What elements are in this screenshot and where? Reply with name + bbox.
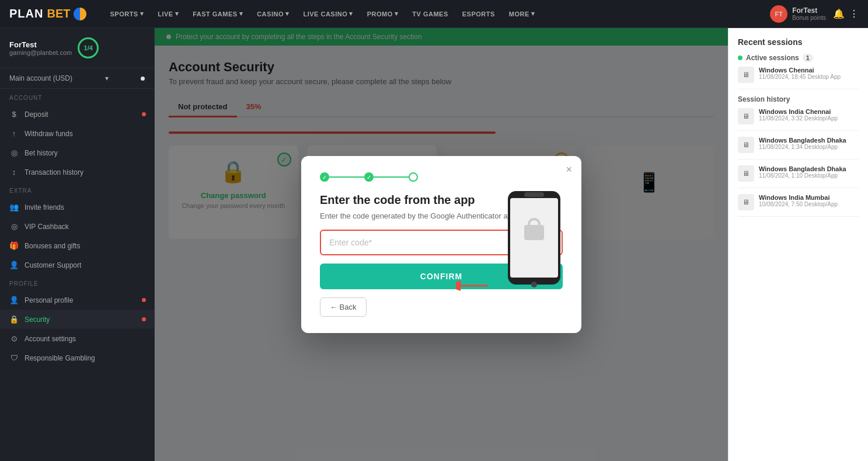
monitor-icon: 🖥 [738, 108, 754, 124]
arrow-indicator [456, 277, 491, 297]
sidebar-item-label: Responsible Gambling [25, 354, 95, 362]
account-label: Main account (USD) [9, 74, 72, 82]
sidebar-item-security[interactable]: 🔒 Security [0, 310, 154, 329]
logo-plan-text: PLAN [9, 7, 43, 20]
settings-icon: ⊙ [9, 334, 19, 343]
shield-icon: 🛡 [9, 353, 19, 362]
section-profile: PROFILE [0, 275, 154, 290]
sidebar-item-label: Bet history [25, 149, 58, 157]
sidebar-item-label: Bonuses and gifts [25, 242, 80, 250]
avatar: FT [770, 5, 787, 23]
sidebar-username: ForTest [9, 40, 72, 49]
logo-icon [74, 8, 86, 20]
sidebar-item-responsible[interactable]: 🛡 Responsible Gambling [0, 348, 154, 368]
sidebar-item-label: VIP Cashback [25, 223, 69, 231]
sidebar-item-account-settings[interactable]: ⊙ Account settings [0, 329, 154, 348]
sidebar-item-label: Deposit [25, 110, 48, 119]
step-2: ✓ [364, 172, 374, 182]
nav-right: FT ForTest Bonus points 🔔 ⋮ [770, 5, 859, 23]
session-detail: 10/08/2024, 7:50 Desktop/App [759, 201, 859, 207]
session-item-3: 🖥 Windows Bangladesh Dhaka 11/08/2024, 1… [738, 165, 859, 188]
nav-esports[interactable]: ESPORTS [456, 6, 501, 21]
active-count: 1 [803, 54, 813, 62]
nav-tv-games[interactable]: TV GAMES [406, 6, 454, 21]
step-line-1 [329, 176, 364, 178]
step-3 [409, 172, 418, 182]
top-nav: PLANBET SPORTS ▾ LIVE ▾ FAST GAMES ▾ CAS… [0, 0, 868, 28]
sidebar-item-profile[interactable]: 👤 Personal profile [0, 290, 154, 310]
modal-steps: ✓ ✓ [320, 172, 563, 182]
right-panel: Recent sessions Active sessions 1 🖥 Wind… [728, 28, 868, 461]
sidebar-user-section: ForTest gaming@planbet.com 1/4 [0, 28, 154, 68]
sidebar-item-label: Customer Support [25, 261, 81, 269]
sidebar-item-vip[interactable]: ◎ VIP Cashback [0, 217, 154, 236]
nav-username: ForTest Bonus points [792, 6, 826, 21]
nav-live-casino[interactable]: LIVE CASINO ▾ [297, 6, 358, 21]
logo[interactable]: PLANBET [9, 7, 86, 20]
nav-promo[interactable]: PROMO ▾ [361, 6, 405, 21]
session-item-2: 🖥 Windows Bangladesh Dhaka 11/08/2024, 1… [738, 137, 859, 160]
bet-history-icon: ◎ [9, 148, 19, 157]
session-name: Windows India Mumbai [759, 194, 859, 201]
nav-live[interactable]: LIVE ▾ [152, 6, 184, 21]
session-detail: 11/08/2024, 18:45 Desktop App [759, 74, 859, 80]
sidebar-item-support[interactable]: 👤 Customer Support [0, 255, 154, 275]
step-line-2 [374, 176, 409, 178]
session-detail: 11/08/2024, 1:10 Desktop/App [759, 172, 859, 179]
nav-fast-games[interactable]: FAST GAMES ▾ [187, 6, 249, 21]
sidebar-account-row[interactable]: Main account (USD) ▾ [0, 68, 154, 89]
nav-more[interactable]: MORE ▾ [503, 6, 541, 21]
sidebar-item-label: Transaction history [25, 168, 83, 176]
notification-dot [142, 112, 146, 116]
security-icon: 🔒 [9, 315, 19, 324]
nav-items: SPORTS ▾ LIVE ▾ FAST GAMES ▾ CASINO ▾ LI… [104, 6, 770, 21]
invite-icon: 👥 [9, 203, 19, 212]
sidebar-item-deposit[interactable]: $ Deposit [0, 105, 154, 124]
active-sessions-label: Active sessions 1 [738, 54, 859, 62]
sidebar-item-label: Security [25, 316, 50, 324]
session-detail: 11/08/2024, 1:34 Desktop/App [759, 144, 859, 150]
sidebar: ForTest gaming@planbet.com 1/4 Main acco… [0, 28, 155, 461]
sidebar-item-transactions[interactable]: ↕ Transaction history [0, 162, 154, 182]
sidebar-item-bonuses[interactable]: 🎁 Bonuses and gifts [0, 236, 154, 255]
nav-user[interactable]: FT ForTest Bonus points [770, 5, 826, 23]
back-button[interactable]: ← Back [320, 297, 367, 317]
notification-dot [142, 298, 146, 302]
modal: × ✓ ✓ Enter the code from the app [301, 156, 581, 333]
monitor-icon: 🖥 [738, 194, 754, 210]
sidebar-item-withdraw[interactable]: ↑ Withdraw funds [0, 124, 154, 143]
session-name: Windows India Chennai [759, 108, 859, 115]
sidebar-email: gaming@planbet.com [9, 49, 72, 56]
session-name: Windows Bangladesh Dhaka [759, 137, 859, 144]
modal-close-button[interactable]: × [566, 164, 572, 175]
phone-mockup-svg [496, 185, 572, 290]
profile-icon: 👤 [9, 296, 19, 304]
section-extra: EXTRA [0, 182, 154, 197]
notification-icon[interactable]: 🔔 [833, 8, 845, 19]
main-layout: ForTest gaming@planbet.com 1/4 Main acco… [0, 28, 868, 461]
account-dot [141, 77, 145, 81]
nav-casino[interactable]: CASINO ▾ [251, 6, 295, 21]
notification-dot [142, 317, 146, 321]
sidebar-item-label: Account settings [25, 335, 76, 343]
content-area: Protect your account by completing all t… [155, 28, 728, 461]
sidebar-item-bet-history[interactable]: ◎ Bet history [0, 143, 154, 162]
chevron-down-icon: ▾ [105, 74, 109, 82]
sidebar-item-label: Personal profile [25, 296, 73, 304]
session-history-label: Session history [738, 95, 859, 103]
session-item-1: 🖥 Windows India Chennai 11/08/2024, 3:32… [738, 108, 859, 131]
session-item-active: 🖥 Windows Chennai 11/08/2024, 18:45 Desk… [738, 67, 859, 89]
monitor-icon: 🖥 [738, 165, 754, 182]
section-account: ACCOUNT [0, 89, 154, 105]
sidebar-item-label: Withdraw funds [25, 130, 73, 138]
sidebar-item-invite[interactable]: 👥 Invite friends [0, 197, 154, 217]
nav-sports[interactable]: SPORTS ▾ [104, 6, 149, 21]
dollar-icon: $ [9, 110, 19, 119]
sidebar-level: 1/4 [78, 37, 99, 58]
withdraw-icon: ↑ [9, 129, 19, 138]
support-icon: 👤 [9, 261, 19, 269]
menu-icon[interactable]: ⋮ [849, 8, 859, 19]
session-item-4: 🖥 Windows India Mumbai 10/08/2024, 7:50 … [738, 194, 859, 217]
svg-rect-4 [524, 192, 544, 197]
logo-bet-text: BET [47, 7, 70, 20]
